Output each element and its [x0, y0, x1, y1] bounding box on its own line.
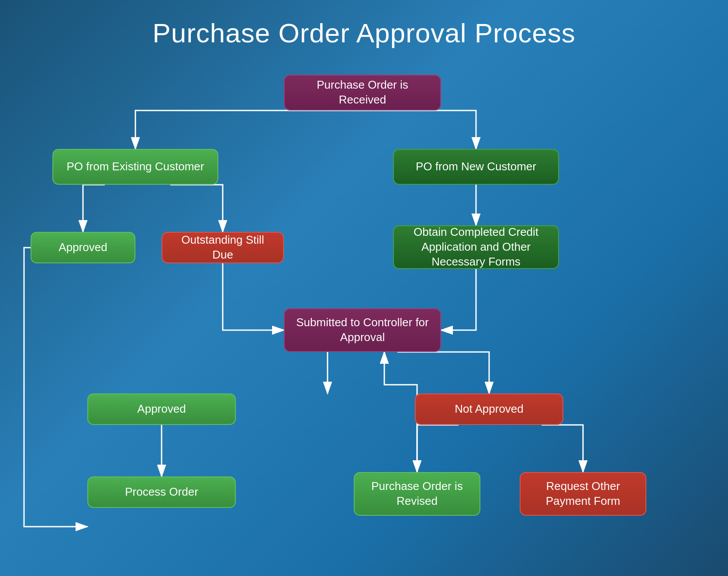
node-po-revised: Purchase Order is Revised	[354, 472, 480, 516]
node-not-approved: Not Approved	[415, 393, 563, 425]
node-obtain-credit: Obtain Completed Credit Application and …	[393, 225, 559, 269]
node-outstanding: Outstanding Still Due	[162, 232, 284, 263]
node-other-payment: Request Other Payment Form	[520, 472, 646, 516]
node-approved1: Approved	[31, 232, 135, 263]
node-po-received: Purchase Order is Received	[284, 75, 441, 110]
node-submitted: Submitted to Controller for Approval	[284, 308, 441, 352]
node-po-existing: PO from Existing Customer	[52, 149, 218, 185]
diagram-area: Purchase Order is Received PO from Exist…	[0, 62, 728, 568]
node-po-new: PO from New Customer	[393, 149, 559, 185]
node-process-order: Process Order	[87, 476, 236, 508]
node-approved2: Approved	[87, 393, 236, 425]
page-title: Purchase Order Approval Process	[0, 0, 728, 62]
